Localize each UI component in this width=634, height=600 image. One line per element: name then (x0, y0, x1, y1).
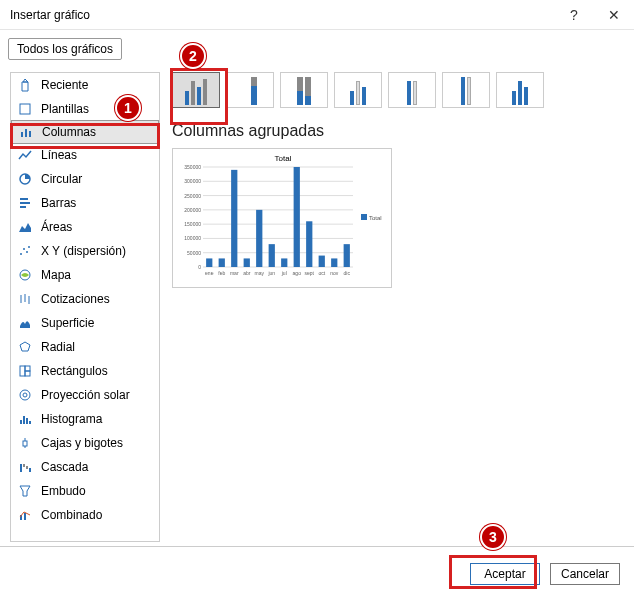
area-icon (17, 219, 33, 235)
svg-marker-34 (20, 486, 30, 496)
svg-rect-1 (21, 132, 23, 137)
sidebar-item-treemap[interactable]: Rectángulos (11, 359, 159, 383)
svg-point-21 (20, 390, 30, 400)
svg-rect-24 (23, 416, 25, 424)
svg-point-9 (20, 253, 22, 255)
subtype-title: Columnas agrupadas (172, 122, 624, 140)
recent-icon (17, 77, 33, 93)
histogram-icon (17, 411, 33, 427)
svg-rect-56 (244, 258, 250, 267)
treemap-icon (17, 363, 33, 379)
svg-text:oct: oct (318, 270, 325, 276)
svg-rect-27 (23, 441, 27, 446)
sidebar-item-label: Proyección solar (41, 388, 130, 402)
cancel-button[interactable]: Cancelar (550, 563, 620, 585)
svg-rect-25 (26, 418, 28, 424)
subtype-3d-stacked-column[interactable] (388, 72, 436, 108)
callout-2: 2 (180, 43, 206, 69)
svg-text:dic: dic (344, 270, 351, 276)
subtype-3d-clustered-column[interactable] (334, 72, 382, 108)
dialog-footer: Aceptar Cancelar (0, 546, 634, 600)
svg-rect-5 (20, 198, 28, 200)
subtype-3d-100-stacked-column[interactable] (442, 72, 490, 108)
svg-rect-3 (29, 131, 31, 137)
sidebar-item-label: Columnas (42, 125, 96, 139)
subtype-row (172, 72, 624, 108)
svg-text:350000: 350000 (184, 164, 201, 170)
combo-icon (17, 507, 33, 523)
sidebar-item-waterfall[interactable]: Cascada (11, 455, 159, 479)
sidebar-item-recent[interactable]: Reciente (11, 73, 159, 97)
sidebar-item-label: Cotizaciones (41, 292, 110, 306)
sidebar-item-label: Cascada (41, 460, 88, 474)
svg-rect-62 (319, 256, 325, 267)
subtype-3d-column[interactable] (496, 72, 544, 108)
tab-all-charts[interactable]: Todos los gráficos (8, 38, 122, 60)
svg-rect-7 (20, 206, 26, 208)
sidebar-item-label: Combinado (41, 508, 102, 522)
svg-rect-64 (344, 244, 350, 267)
svg-rect-18 (20, 366, 25, 376)
sidebar-item-label: X Y (dispersión) (41, 244, 126, 258)
radar-icon (17, 339, 33, 355)
sidebar-item-pie[interactable]: Circular (11, 167, 159, 191)
svg-rect-36 (24, 513, 26, 520)
subtype-stacked-column[interactable] (226, 72, 274, 108)
svg-text:0: 0 (198, 264, 201, 270)
svg-text:nov: nov (330, 270, 339, 276)
svg-rect-61 (306, 221, 312, 267)
chart-categories-sidebar: Reciente Plantillas Columnas Líneas Circ… (10, 72, 160, 542)
sidebar-item-area[interactable]: Áreas (11, 215, 159, 239)
sidebar-item-label: Radial (41, 340, 75, 354)
sidebar-item-radar[interactable]: Radial (11, 335, 159, 359)
sidebar-item-label: Barras (41, 196, 76, 210)
subtype-100-stacked-column[interactable] (280, 72, 328, 108)
sidebar-item-histogram[interactable]: Histograma (11, 407, 159, 431)
sidebar-item-xy[interactable]: X Y (dispersión) (11, 239, 159, 263)
svg-text:50000: 50000 (187, 250, 201, 256)
svg-marker-8 (19, 223, 31, 232)
svg-point-11 (26, 251, 28, 253)
help-button[interactable]: ? (554, 0, 594, 30)
tab-strip: Todos los gráficos (0, 30, 634, 60)
chart-preview[interactable]: Total 0500001000001500002000002500003000… (172, 148, 392, 288)
svg-text:mar: mar (230, 270, 239, 276)
svg-text:100000: 100000 (184, 235, 201, 241)
sidebar-item-label: Embudo (41, 484, 86, 498)
sidebar-item-combo[interactable]: Combinado (11, 503, 159, 527)
sidebar-item-label: Áreas (41, 220, 72, 234)
svg-rect-63 (331, 258, 337, 267)
waterfall-icon (17, 459, 33, 475)
titlebar: Insertar gráfico ? ✕ (0, 0, 634, 30)
sidebar-item-sunburst[interactable]: Proyección solar (11, 383, 159, 407)
surface-icon (17, 315, 33, 331)
ok-button[interactable]: Aceptar (470, 563, 540, 585)
svg-text:250000: 250000 (184, 193, 201, 199)
stock-icon (17, 291, 33, 307)
svg-point-10 (23, 248, 25, 250)
svg-rect-26 (29, 421, 31, 424)
sidebar-item-bars[interactable]: Barras (11, 191, 159, 215)
window-title: Insertar gráfico (10, 8, 554, 22)
templates-icon (17, 101, 33, 117)
close-button[interactable]: ✕ (594, 0, 634, 30)
svg-text:abr: abr (243, 270, 251, 276)
svg-text:ene: ene (205, 270, 214, 276)
sidebar-item-lines[interactable]: Líneas (11, 143, 159, 167)
svg-text:jun: jun (267, 270, 275, 276)
sidebar-item-label: Circular (41, 172, 82, 186)
map-icon (17, 267, 33, 283)
sidebar-item-funnel[interactable]: Embudo (11, 479, 159, 503)
sidebar-item-boxwhisker[interactable]: Cajas y bigotes (11, 431, 159, 455)
svg-rect-31 (23, 464, 25, 467)
sidebar-item-columns[interactable]: Columnas (11, 120, 159, 144)
sidebar-item-surface[interactable]: Superficie (11, 311, 159, 335)
subtype-clustered-column[interactable] (172, 72, 220, 108)
pie-icon (17, 171, 33, 187)
svg-text:150000: 150000 (184, 221, 201, 227)
sidebar-item-stock[interactable]: Cotizaciones (11, 287, 159, 311)
columns-icon (18, 124, 34, 140)
svg-marker-17 (20, 342, 30, 351)
sidebar-item-map[interactable]: Mapa (11, 263, 159, 287)
svg-rect-60 (294, 167, 300, 267)
